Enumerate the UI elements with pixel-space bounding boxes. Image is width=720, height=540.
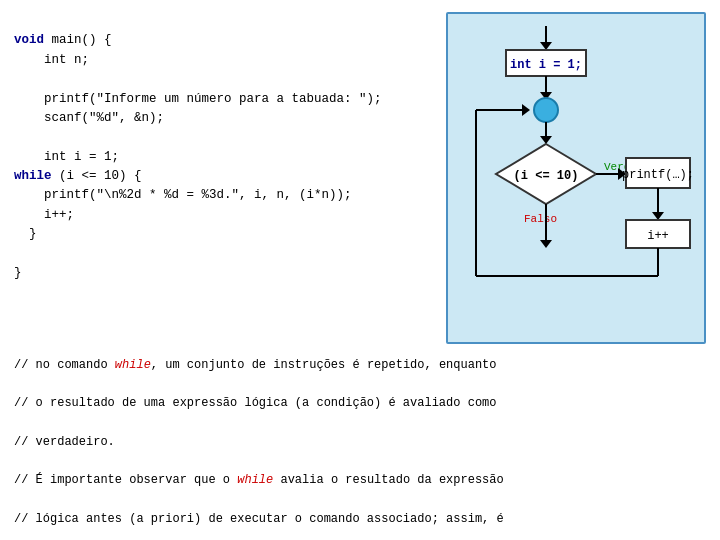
code-line-1: void main() { (14, 31, 436, 50)
code-line-7: printf("\n%2d * %d = %3d.", i, n, (i*n))… (14, 186, 436, 205)
svg-marker-15 (522, 104, 530, 116)
flowchart-circle (534, 98, 558, 122)
code-line-10: } (14, 264, 436, 283)
printf-label: printf(…); (622, 168, 694, 182)
void-keyword: void (14, 33, 44, 47)
svg-marker-17 (540, 240, 552, 248)
code-line-6: while (i <= 10) { (14, 167, 436, 186)
code-line-9: } (14, 225, 436, 244)
code-block: void main() { int n; printf("Informe um … (14, 12, 436, 344)
svg-marker-1 (540, 42, 552, 50)
code-line-5: int i = 1; (14, 148, 436, 167)
ixx-label: i++ (647, 229, 669, 243)
code-line-8: i++; (14, 206, 436, 225)
comment-line-1: // no comando while, um conjunto de inst… (14, 356, 706, 375)
code-line-2: int n; (14, 51, 436, 70)
condition-label: (i <= 10) (514, 169, 579, 183)
main-content: void main() { int n; printf("Informe um … (14, 12, 706, 344)
svg-marker-10 (652, 212, 664, 220)
flowchart: int i = 1; (i <= 10) Verdadeiro (446, 12, 706, 344)
comment-line-3: // verdadeiro. (14, 433, 706, 452)
comment-line-2: // o resultado de uma expressão lógica (… (14, 394, 706, 413)
comment-line-5: // lógica antes (a priori) de executar o… (14, 510, 706, 529)
svg-marker-6 (540, 136, 552, 144)
comments-section: // no comando while, um conjunto de inst… (14, 356, 706, 540)
while-highlight-1: while (115, 358, 151, 372)
code-line-4: scanf("%d", &n); (14, 109, 436, 128)
init-box-text: int i = 1; (510, 58, 582, 72)
while-keyword: while (14, 169, 52, 183)
while-highlight-2: while (237, 473, 273, 487)
code-line-3: printf("Informe um número para a tabuada… (14, 90, 436, 109)
false-label: Falso (524, 213, 557, 225)
flowchart-svg: int i = 1; (i <= 10) Verdadeiro (456, 26, 696, 326)
page-wrapper: void main() { int n; printf("Informe um … (14, 12, 706, 540)
comment-line-4: // É importante observar que o while ava… (14, 471, 706, 490)
